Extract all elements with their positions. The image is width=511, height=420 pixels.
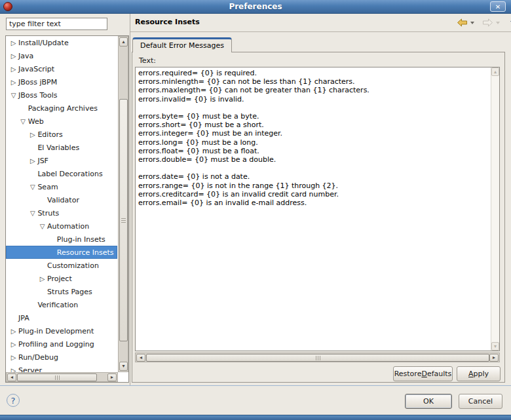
expand-arrow-icon[interactable]: ▷ (9, 354, 18, 361)
tree-item-packaging-archives[interactable]: Packaging Archives (6, 102, 117, 115)
tree-vscroll-thumb[interactable] (119, 99, 128, 341)
tree-item-profiling-and-logging[interactable]: ▷Profiling and Logging (6, 337, 117, 351)
tree-item-install-update[interactable]: ▷Install/Update (6, 36, 117, 49)
tree-item-server[interactable]: ▷Server (6, 364, 117, 372)
tree-item-web[interactable]: ▽Web (6, 115, 117, 128)
filter-input[interactable] (6, 18, 107, 30)
scroll-down-icon[interactable]: ▾ (491, 342, 499, 351)
expand-arrow-icon[interactable]: ▷ (28, 157, 37, 164)
scroll-up-icon[interactable]: ▴ (491, 67, 499, 76)
text-vscrollbar[interactable]: ▴ ▾ (491, 67, 499, 351)
apply-button[interactable]: Apply (457, 366, 501, 381)
tree-item-label: Validator (47, 196, 79, 204)
tree-item-validator[interactable]: Validator (6, 193, 117, 206)
tree-item-label: Struts Pages (47, 288, 92, 296)
scroll-up-icon[interactable]: ▴ (119, 37, 128, 47)
expand-arrow-icon[interactable]: ▷ (9, 52, 18, 60)
thumb-grip (318, 356, 318, 360)
error-messages-textarea[interactable]: errors.required= {0} is required. errors… (135, 67, 500, 351)
tree-item-label: Editors (37, 130, 62, 139)
panel-divider[interactable] (130, 14, 130, 385)
title-bar[interactable]: Preferences ✕ (0, 0, 511, 14)
window-bottom-edge (0, 415, 511, 420)
tree-item-label: Project (47, 275, 72, 283)
expand-arrow-icon[interactable]: ▷ (9, 341, 18, 348)
text-field-label: Text: (139, 56, 156, 65)
tree-item-label: JPA (18, 314, 29, 322)
tree-item-label: JBoss jBPM (18, 78, 57, 86)
back-icon[interactable] (457, 18, 468, 27)
tree-item-label: Plug-in Insets (57, 235, 105, 244)
scroll-left-icon[interactable]: ◂ (136, 354, 145, 362)
help-icon: ? (11, 396, 16, 406)
tree-item-label: JBoss Tools (18, 91, 58, 100)
tree-item-label: Server (18, 366, 42, 373)
tree-item-plug-in-insets[interactable]: Plug-in Insets (6, 233, 117, 246)
collapse-arrow-icon[interactable]: ▽ (9, 92, 18, 99)
tree-item-automation[interactable]: ▽Automation (6, 220, 117, 233)
expand-arrow-icon[interactable]: ▷ (9, 328, 18, 335)
tree-item-el-variables[interactable]: El Variables (6, 141, 117, 154)
tree-item-label-decorations[interactable]: Label Decorations (6, 167, 117, 180)
tree-item-run-debug[interactable]: ▷Run/Debug (6, 351, 117, 364)
expand-arrow-icon[interactable]: ▷ (9, 79, 18, 86)
tree-hscrollbar[interactable]: ◂ ▸ (6, 372, 118, 382)
button-mnemonic: A (468, 370, 474, 378)
tree-item-label: Struts (37, 209, 59, 218)
tree-item-label: El Variables (37, 143, 79, 152)
expand-arrow-icon[interactable]: ▷ (9, 66, 18, 73)
tree-item-jpa[interactable]: JPA (6, 311, 117, 324)
tree-item-project[interactable]: ▷Project (6, 272, 117, 285)
tree-item-label: Packaging Archives (28, 104, 98, 113)
expand-arrow-icon[interactable]: ▷ (9, 39, 18, 47)
tree-item-jboss-jbpm[interactable]: ▷JBoss jBPM (6, 75, 117, 88)
scroll-down-icon[interactable]: ▾ (119, 362, 128, 371)
tree-item-java[interactable]: ▷Java (6, 49, 117, 62)
cancel-button[interactable]: Cancel (459, 394, 502, 409)
page-title: Resource Insets (135, 18, 200, 26)
tree-item-resource-insets[interactable]: Resource Insets (6, 246, 117, 259)
text-hscrollbar[interactable]: ◂ ▸ (135, 353, 500, 362)
tree-item-verification[interactable]: Verification (6, 298, 117, 311)
tree-hscroll-thumb[interactable] (17, 373, 97, 381)
scroll-right-icon[interactable]: ▸ (489, 354, 499, 362)
tree-item-label: Verification (37, 301, 78, 309)
expand-arrow-icon[interactable]: ▷ (28, 131, 37, 138)
help-button[interactable]: ? (7, 394, 20, 407)
tree-item-seam[interactable]: ▽Seam (6, 180, 117, 193)
tree-item-label: Web (28, 117, 44, 126)
preferences-tree: ▷Install/Update▷Java▷JavaScript▷JBoss jB… (6, 36, 117, 372)
tree-item-struts-pages[interactable]: Struts Pages (6, 285, 117, 298)
text-hscroll-thumb[interactable] (146, 354, 489, 362)
header-separator (130, 31, 511, 32)
forward-icon[interactable] (482, 18, 493, 27)
tree-item-label: Profiling and Logging (18, 340, 94, 349)
expand-arrow-icon[interactable]: ▷ (37, 275, 47, 282)
button-label: efaults (427, 370, 451, 378)
scroll-right-icon[interactable]: ▸ (107, 373, 117, 381)
tree-item-customization[interactable]: Customization (6, 259, 117, 272)
close-button[interactable]: ✕ (490, 1, 506, 12)
collapse-arrow-icon[interactable]: ▽ (28, 183, 37, 191)
tree-item-jboss-tools[interactable]: ▽JBoss Tools (6, 88, 117, 102)
collapse-arrow-icon[interactable]: ▽ (37, 223, 47, 230)
tree-item-label: JSF (37, 157, 48, 165)
collapse-arrow-icon[interactable]: ▽ (18, 118, 28, 125)
tab-label: Default Error Messages (140, 41, 224, 50)
tree-item-jsf[interactable]: ▷JSF (6, 154, 117, 167)
tree-item-label: Run/Debug (18, 353, 58, 362)
ok-button[interactable]: OK (405, 394, 452, 409)
tree-vscrollbar[interactable]: ▴ ▾ (118, 36, 128, 372)
back-menu-chevron-icon[interactable] (470, 22, 474, 24)
restore-defaults-button[interactable]: Restore Defaults (393, 366, 453, 381)
tab-default-error-messages[interactable]: Default Error Messages (132, 37, 232, 52)
tree-item-editors[interactable]: ▷Editors (6, 128, 117, 141)
expand-arrow-icon[interactable]: ▷ (9, 367, 18, 373)
scroll-left-icon[interactable]: ◂ (7, 373, 16, 381)
tree-item-javascript[interactable]: ▷JavaScript (6, 62, 117, 75)
tree-item-struts[interactable]: ▽Struts (6, 206, 117, 220)
thumb-grip (57, 375, 58, 380)
tree-item-plug-in-development[interactable]: ▷Plug-in Development (6, 324, 117, 337)
collapse-arrow-icon[interactable]: ▽ (28, 210, 37, 217)
forward-menu-chevron-icon[interactable] (496, 22, 500, 24)
